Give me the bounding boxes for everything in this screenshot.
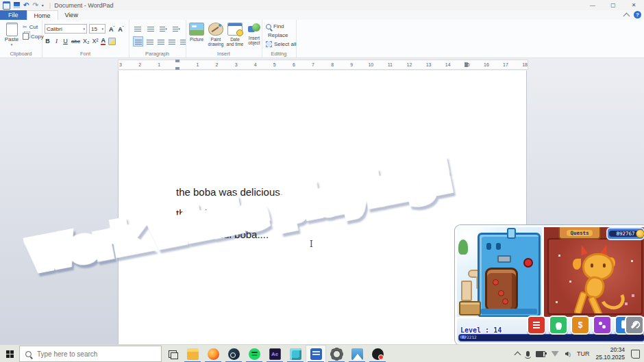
replace-button[interactable]: Replace	[266, 32, 296, 38]
ruler-number: 11	[388, 62, 393, 67]
game-overlay[interactable]: Quests 892767 Level : 14 8/2212 $	[455, 225, 644, 345]
tab-home[interactable]: Home	[27, 10, 58, 20]
taskbar-app-file-explorer[interactable]	[182, 345, 203, 362]
taskbar-app-spotify[interactable]	[244, 345, 264, 362]
bold-button[interactable]: B	[45, 38, 51, 44]
insert-object-button[interactable]: Insert object	[245, 23, 263, 54]
quests-tab[interactable]: Quests	[558, 227, 601, 240]
tab-view[interactable]: View	[58, 10, 85, 20]
find-button[interactable]: Find	[266, 23, 296, 29]
font-size-select[interactable]: 15 ▾	[89, 24, 106, 34]
taskbar-app-steam[interactable]	[223, 345, 244, 362]
eye	[591, 263, 593, 268]
undo-icon[interactable]: ↶	[23, 2, 29, 9]
settings-button[interactable]	[625, 315, 644, 335]
decrease-indent-button[interactable]	[133, 24, 142, 33]
picture-button[interactable]: Picture	[188, 23, 206, 54]
underline-button[interactable]: U	[62, 38, 69, 44]
align-right-button[interactable]	[156, 37, 165, 46]
boba-machine[interactable]	[478, 233, 541, 318]
strikethrough-button[interactable]: abc	[71, 38, 80, 44]
game-character-panel	[542, 227, 644, 318]
gacha-icon	[599, 322, 606, 328]
taskbar-search[interactable]	[19, 346, 162, 362]
search-input[interactable]	[36, 350, 141, 359]
align-center-button[interactable]	[145, 37, 154, 46]
close-button[interactable]: ✕	[623, 0, 644, 10]
align-left-button[interactable]	[133, 36, 143, 47]
after-effects-icon: Ae	[269, 348, 281, 360]
ruler-number: 1	[158, 62, 160, 67]
indent-increase-icon	[147, 25, 154, 31]
taskbar-app-photos[interactable]	[347, 345, 367, 362]
superscript-button[interactable]: X²	[92, 38, 98, 44]
paint-drawing-button[interactable]: Paint drawing	[207, 23, 225, 54]
justify-button[interactable]	[167, 37, 176, 46]
task-view-button[interactable]	[166, 345, 179, 362]
chair-decor	[461, 281, 472, 301]
gacha-button[interactable]	[593, 315, 612, 335]
indent-marker-bottom[interactable]	[175, 67, 179, 70]
save-icon[interactable]	[14, 2, 20, 8]
taskbar-app-music[interactable]	[367, 345, 388, 362]
volume-button[interactable]: )	[565, 352, 571, 357]
taskbar-app-wordpad[interactable]	[306, 345, 326, 362]
battery-icon[interactable]	[536, 351, 545, 357]
microphone-icon[interactable]	[526, 351, 530, 357]
font-color-button[interactable]: A	[101, 38, 106, 45]
wifi-icon[interactable]	[552, 351, 559, 357]
clock[interactable]: 20:34 25.10.2025	[595, 346, 625, 361]
action-center-icon[interactable]	[631, 350, 640, 359]
tips-tag[interactable]	[459, 301, 481, 315]
collapse-ribbon-icon[interactable]	[623, 12, 630, 19]
list-icon	[160, 25, 165, 31]
grow-font-button[interactable]: Aˆ	[109, 25, 114, 33]
font-family-select[interactable]: Calibri ▾	[45, 24, 87, 34]
journal-icon	[533, 322, 540, 328]
tray-expand-icon[interactable]	[514, 351, 521, 358]
minimize-button[interactable]: —	[582, 0, 603, 10]
list-button[interactable]: ▾	[159, 24, 168, 33]
subscript-button[interactable]: X₂	[83, 38, 90, 44]
highlight-pen-icon[interactable]	[108, 38, 116, 45]
qat-dropdown-icon[interactable]: ▾	[42, 3, 44, 8]
title-separator: |	[49, 2, 51, 9]
lamp-button[interactable]	[549, 315, 568, 335]
fire-creature[interactable]	[565, 245, 626, 315]
taskbar-app-firefox[interactable]	[203, 345, 223, 362]
editing-buttons: FindReplaceSelect all	[266, 23, 296, 47]
money-button[interactable]: $	[571, 315, 590, 335]
taskbar-app-after-effects[interactable]: Ae	[264, 345, 285, 362]
line-spacing-button[interactable]: ▾	[172, 24, 181, 33]
copy-icon	[23, 33, 29, 40]
indent-marker[interactable]	[175, 60, 179, 62]
paragraph-row-2	[133, 36, 187, 47]
cut-button[interactable]: ✂ Cut	[23, 24, 38, 30]
settings-icon	[332, 349, 342, 359]
boba-jar[interactable]	[485, 268, 518, 311]
wordpad-app-icon[interactable]	[3, 1, 10, 10]
date-and-time-button[interactable]: Date and time	[226, 23, 244, 54]
paint-label: Paint drawing	[207, 37, 225, 47]
taskbar-app-game[interactable]	[285, 345, 306, 362]
paste-button[interactable]: Paste ▾	[3, 23, 20, 49]
increase-indent-button[interactable]	[146, 24, 155, 33]
journal-button[interactable]	[527, 315, 546, 335]
copy-button[interactable]: Copy	[23, 33, 44, 40]
tab-file[interactable]: File	[0, 10, 27, 20]
italic-button[interactable]: I	[53, 38, 60, 44]
language-indicator[interactable]: TUR	[577, 350, 590, 357]
start-button[interactable]	[0, 345, 19, 362]
ruler-number: 7	[312, 62, 314, 67]
chevron-down-icon: ▾	[101, 27, 103, 31]
maximize-button[interactable]: ▢	[603, 0, 623, 10]
redo-icon[interactable]: ↷	[32, 2, 38, 9]
plant-decor	[458, 240, 468, 255]
currency-badge[interactable]: 892767	[606, 227, 644, 240]
help-icon[interactable]: ?	[634, 11, 641, 18]
select-all-button[interactable]: Select all	[266, 41, 296, 47]
shrink-font-button[interactable]: Aˇ	[118, 25, 123, 33]
machine-red-button[interactable]	[523, 258, 533, 268]
taskbar: Ae ) TUR 20:34 25.10.2025	[0, 344, 644, 362]
taskbar-app-settings[interactable]	[326, 345, 347, 362]
